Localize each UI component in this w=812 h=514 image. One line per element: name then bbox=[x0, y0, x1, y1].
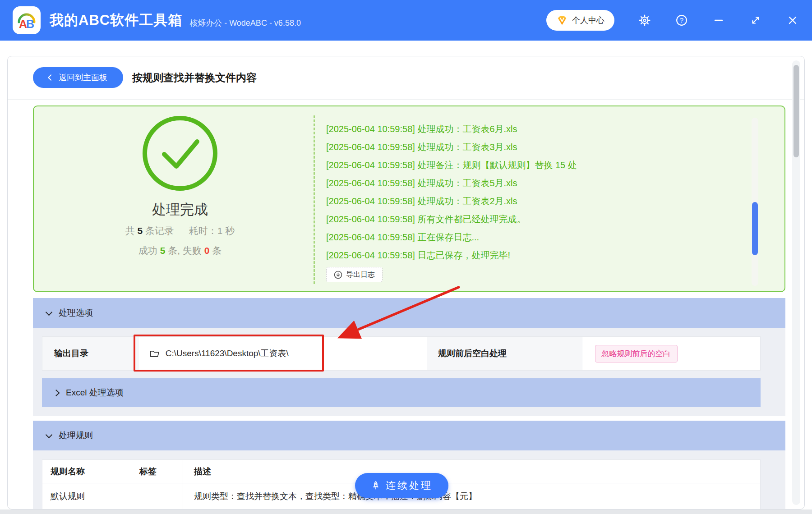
stats-line-total: 共 5 条记录 耗时：1 秒 bbox=[34, 225, 326, 237]
folder-icon bbox=[150, 349, 160, 358]
window-bottom-edge bbox=[0, 509, 812, 514]
chevron-right-icon bbox=[53, 389, 60, 396]
svg-text:?: ? bbox=[680, 16, 683, 24]
output-dir-label: 输出目录 bbox=[42, 337, 138, 370]
toolbar-divider bbox=[8, 99, 804, 100]
app-subtitle: 核烁办公 - WodeABC - v6.58.0 bbox=[189, 18, 301, 28]
rules-section-title: 处理规则 bbox=[59, 430, 93, 441]
main-card: 返回到主面板 按规则查找并替换文件内容 处理完成 共 5 条记录 耗时：1 秒 … bbox=[7, 56, 805, 509]
result-panel: 处理完成 共 5 条记录 耗时：1 秒 成功 5 条, 失败 0 条 [2025… bbox=[33, 106, 785, 292]
stats-line-result: 成功 5 条, 失败 0 条 bbox=[34, 244, 326, 257]
fail-count: 0 bbox=[204, 245, 210, 256]
gear-icon bbox=[639, 14, 651, 26]
log-line: [2025-06-04 10:59:58] 处理成功：工资表3月.xls bbox=[326, 138, 750, 156]
log-list: [2025-06-04 10:59:58] 处理成功：工资表6月.xls[202… bbox=[326, 120, 750, 264]
log-line: [2025-06-04 10:59:58] 处理成功：工资表2月.xls bbox=[326, 192, 750, 210]
options-row: 输出目录 C:\Users\11623\Desktop\工资表\ 规则前后空白处… bbox=[42, 336, 761, 371]
back-to-dashboard-button[interactable]: 返回到主面板 bbox=[33, 67, 123, 88]
maximize-button[interactable] bbox=[749, 14, 762, 27]
section-header-rules[interactable]: 处理规则 bbox=[33, 421, 785, 450]
continue-processing-button[interactable]: 连续处理 bbox=[355, 473, 448, 498]
header-rule-desc: 描述 bbox=[183, 460, 760, 483]
export-log-button[interactable]: 导出日志 bbox=[326, 267, 383, 282]
status-title: 处理完成 bbox=[34, 200, 326, 219]
chevron-down-icon bbox=[46, 308, 53, 316]
svg-text:B: B bbox=[26, 18, 34, 30]
success-check-icon bbox=[139, 113, 221, 194]
close-icon bbox=[787, 15, 798, 26]
page-title: 按规则查找并替换文件内容 bbox=[132, 67, 257, 88]
app-title: 我的ABC软件工具箱 bbox=[50, 11, 182, 30]
excel-options-row[interactable]: Excel 处理选项 bbox=[42, 378, 761, 407]
user-center-label: 个人中心 bbox=[572, 15, 604, 26]
app-header: A B 我的ABC软件工具箱 核烁办公 - WodeABC - v6.58.0 … bbox=[0, 0, 812, 41]
total-count: 5 bbox=[137, 225, 143, 236]
download-icon bbox=[334, 271, 342, 279]
minimize-icon bbox=[713, 15, 724, 26]
output-dir-field[interactable]: C:\Users\11623\Desktop\工资表\ bbox=[138, 337, 427, 370]
success-count: 5 bbox=[160, 245, 166, 256]
table-cell bbox=[131, 483, 183, 509]
rocket-icon bbox=[371, 481, 381, 491]
log-line: [2025-06-04 10:59:58] 正在保存日志... bbox=[326, 228, 750, 246]
user-center-button[interactable]: 个人中心 bbox=[546, 10, 614, 31]
elapsed-time: 耗时：1 秒 bbox=[189, 225, 235, 236]
log-line: [2025-06-04 10:59:58] 日志已保存，处理完毕! bbox=[326, 246, 750, 264]
options-content: 输出目录 C:\Users\11623\Desktop\工资表\ 规则前后空白处… bbox=[33, 328, 785, 416]
settings-button[interactable] bbox=[638, 14, 651, 27]
result-status-column: 处理完成 共 5 条记录 耗时：1 秒 成功 5 条, 失败 0 条 bbox=[34, 106, 314, 291]
export-log-label: 导出日志 bbox=[346, 270, 375, 280]
whitespace-tag[interactable]: 忽略规则前后的空白 bbox=[595, 345, 678, 363]
back-button-label: 返回到主面板 bbox=[59, 72, 107, 83]
log-line: [2025-06-04 10:59:58] 处理成功：工资表5月.xls bbox=[326, 174, 750, 192]
whitespace-label: 规则前后空白处理 bbox=[427, 337, 582, 370]
log-line: [2025-06-04 10:59:58] 处理成功：工资表6月.xls bbox=[326, 120, 750, 138]
header-rule-name: 规则名称 bbox=[42, 460, 131, 483]
help-icon: ? bbox=[676, 14, 687, 26]
window-scrollbar-thumb[interactable] bbox=[794, 65, 799, 157]
app-logo: A B bbox=[13, 6, 41, 34]
log-scrollbar-thumb[interactable] bbox=[752, 202, 758, 255]
table-cell: 默认规则 bbox=[42, 483, 131, 509]
log-scrollbar-track[interactable] bbox=[752, 118, 758, 286]
vip-gem-icon bbox=[556, 14, 568, 26]
continue-button-label: 连续处理 bbox=[386, 479, 433, 492]
abc-logo-icon: A B bbox=[16, 9, 37, 31]
section-header-options[interactable]: 处理选项 bbox=[33, 298, 785, 328]
log-separator bbox=[314, 115, 315, 284]
minimize-button[interactable] bbox=[712, 14, 725, 27]
whitespace-cell: 忽略规则前后的空白 bbox=[582, 337, 761, 370]
help-button[interactable]: ? bbox=[675, 14, 688, 27]
window-scrollbar-track[interactable] bbox=[792, 60, 800, 505]
table-cell: 规则类型：查找并替换文本，查找类型：精确文本，描述：删除内容【元】 bbox=[183, 483, 760, 509]
chevron-left-icon bbox=[48, 74, 54, 81]
options-section-title: 处理选项 bbox=[59, 307, 93, 319]
excel-options-label: Excel 处理选项 bbox=[66, 387, 124, 399]
log-line: [2025-06-04 10:59:58] 处理备注：规则【默认规则】替换 15… bbox=[326, 156, 750, 174]
header-rule-tag: 标签 bbox=[131, 460, 183, 483]
log-line: [2025-06-04 10:59:58] 所有文件都已经处理完成。 bbox=[326, 210, 750, 228]
resize-icon bbox=[750, 15, 761, 26]
chevron-down-icon bbox=[46, 431, 53, 438]
output-dir-value: C:\Users\11623\Desktop\工资表\ bbox=[166, 348, 289, 359]
close-button[interactable] bbox=[786, 14, 799, 27]
